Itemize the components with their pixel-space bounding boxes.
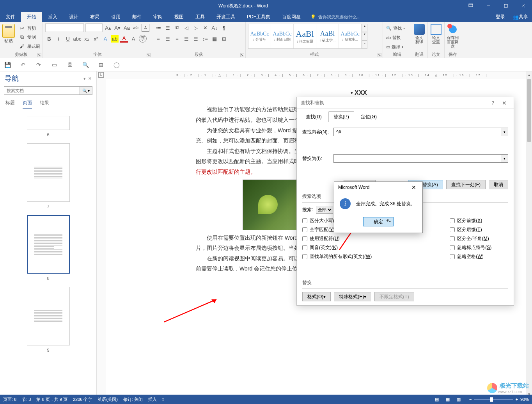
ribbon-tab-3[interactable]: 设计 [63, 12, 84, 22]
checkbox[interactable] [450, 218, 455, 223]
ribbon-tab-2[interactable]: 插入 [42, 12, 63, 22]
text-effects-icon[interactable]: A [101, 35, 109, 43]
dialog-tab-2[interactable]: 定位(G) [356, 111, 382, 122]
redo-icon[interactable]: ↷ [34, 61, 43, 69]
page-thumbnail[interactable] [27, 215, 70, 274]
font-color-icon[interactable]: A [120, 35, 128, 43]
style-item[interactable]: AaBbCc↓ 研究生... [339, 24, 362, 48]
line-spacing-icon[interactable]: ↕≡ [201, 35, 209, 43]
nav-search-button[interactable]: 🔍 ▾ [80, 87, 92, 94]
share-button[interactable]: 👥 共享 [509, 12, 532, 22]
dialog-help-icon[interactable]: ? [487, 100, 499, 106]
ribbon-tab-10[interactable]: 开发工具 [211, 12, 241, 22]
status-insert[interactable]: 插入 [148, 397, 157, 402]
enclose-icon[interactable]: 字 [139, 35, 147, 43]
style-item[interactable]: AaBl↓ 硕士学... [316, 24, 339, 48]
plagiarism-button[interactable]: 论文查重 [428, 22, 444, 46]
styles-expand-icon[interactable]: ⬊ [378, 53, 381, 57]
bullets-icon[interactable]: ≔ [154, 24, 162, 32]
phonetic-icon[interactable]: wén [132, 24, 140, 32]
checkbox-option[interactable]: 忽略标点符号(S) [450, 244, 491, 251]
replace-button[interactable]: ab替换 [386, 33, 408, 42]
change-case-icon[interactable]: Aa [123, 24, 131, 32]
clipboard-expand-icon[interactable]: ⬊ [37, 53, 41, 57]
print-icon[interactable]: 🖶 [66, 61, 74, 69]
cancel-button[interactable]: 取消 [489, 180, 508, 189]
copy-button[interactable]: ⧉复制 [18, 33, 40, 41]
shrink-font-icon[interactable]: A▾ [113, 24, 121, 32]
char-border-icon[interactable]: A [142, 24, 149, 32]
find-dropdown-icon[interactable]: ▾ [501, 128, 508, 136]
ribbon-tab-1[interactable]: 开始 [21, 12, 42, 22]
status-cursor-pos-icon[interactable]: ⟟ [162, 397, 164, 402]
ribbon-tab-0[interactable]: 文件 [0, 12, 21, 22]
msgbox-close-icon[interactable]: ✕ [409, 184, 419, 190]
preview-icon[interactable]: 🔍 [81, 61, 90, 69]
bold-icon[interactable]: B [45, 35, 53, 43]
replace-input[interactable] [333, 154, 501, 163]
baidu-save-button[interactable]: 保存到百度网盘 [445, 22, 461, 50]
checkbox[interactable] [450, 236, 455, 241]
undo-icon[interactable]: ↶ [19, 61, 27, 69]
new-icon[interactable]: ▭ [50, 61, 59, 69]
ribbon-tab-5[interactable]: 引用 [105, 12, 126, 22]
font-expand-icon[interactable]: ⬊ [147, 53, 151, 57]
align-left-icon[interactable]: ≡ [154, 35, 162, 43]
search-scope-select[interactable]: 全部 [316, 206, 333, 214]
zoom-level[interactable]: 90% [520, 397, 529, 402]
select-button[interactable]: ▭选择▾ [386, 43, 408, 51]
nav-search-input[interactable] [4, 87, 80, 94]
asian-layout-icon[interactable]: ✕ [201, 24, 209, 32]
page-thumbnail[interactable] [27, 116, 70, 130]
close-button[interactable] [514, 0, 532, 12]
ribbon-tab-12[interactable]: 百度网盘 [276, 12, 307, 22]
scrollbar-thumb[interactable] [527, 79, 531, 142]
ribbon-options-icon[interactable] [462, 0, 479, 12]
strike-icon[interactable]: abc [73, 35, 81, 43]
shading-icon[interactable]: ▦ [211, 35, 218, 43]
status-section[interactable]: 节: 3 [22, 397, 31, 402]
cut-button[interactable]: ✂剪切 [18, 24, 40, 32]
justify-icon[interactable]: ☰ [183, 35, 190, 43]
status-track[interactable]: 修订: 关闭 [123, 397, 143, 402]
status-page-of[interactable]: 第 8 页，共 9 页 [36, 397, 67, 402]
translate-button[interactable]: 全文翻译 [411, 22, 427, 46]
tell-me[interactable]: 💡告诉我您想要做什么... [310, 12, 360, 22]
sort-icon[interactable]: A↓ [211, 24, 218, 32]
format-painter-button[interactable]: 🖌格式刷 [18, 42, 40, 50]
print-layout-icon[interactable]: ▦ [443, 395, 453, 403]
subscript-icon[interactable]: x₂ [83, 35, 90, 43]
dialog-close-icon[interactable]: ✕ [499, 100, 510, 106]
numbering-icon[interactable]: ☰ [164, 24, 172, 32]
nav-tab-1[interactable]: 页面 [23, 100, 32, 109]
page-thumbnail[interactable] [27, 287, 70, 345]
ribbon-tab-8[interactable]: 视图 [168, 12, 190, 22]
checkbox-option[interactable]: 忽略空格(W) [450, 253, 491, 260]
scroll-up-icon[interactable]: ▴ [526, 71, 532, 78]
save-icon[interactable]: 💾 [3, 61, 12, 69]
ribbon-tab-6[interactable]: 邮件 [126, 12, 147, 22]
distributed-icon[interactable]: ☰ [192, 35, 200, 43]
checkbox-option[interactable]: 区分前缀(X) [450, 217, 491, 224]
align-right-icon[interactable]: ≡ [173, 35, 181, 43]
checkbox-option[interactable]: 区分后缀(T) [450, 226, 491, 233]
styles-gallery[interactable]: AaBbCc↓ 分节号AaBbCc↓ 封面日期AaBl↓ 论文标题AaBl↓ 硕… [248, 24, 362, 49]
find-next-button[interactable]: 查找下一处(F) [446, 180, 486, 189]
checkbox[interactable] [450, 245, 455, 250]
dialog-tab-0[interactable]: 查找(D) [301, 111, 327, 122]
replace-dropdown-icon[interactable]: ▾ [501, 154, 508, 163]
styles-more-icon[interactable]: ▴▾⌄ [362, 24, 367, 49]
style-item[interactable]: AaBl↓ 论文标题 [294, 24, 316, 48]
paste-button[interactable]: 粘贴 [0, 22, 17, 52]
table-icon[interactable]: ⊞ [97, 61, 105, 69]
login-button[interactable]: 登录 [492, 12, 509, 22]
align-center-icon[interactable]: ☰ [164, 35, 172, 43]
borders-icon[interactable]: ⊞ [220, 35, 228, 43]
find-button[interactable]: 🔍查找▾ [386, 24, 408, 32]
zoom-in-icon[interactable]: + [516, 397, 518, 402]
style-item[interactable]: AaBbCc↓ 封面日期 [271, 24, 294, 48]
italic-icon[interactable]: I [55, 35, 62, 43]
ribbon-tab-7[interactable]: 审阅 [147, 12, 168, 22]
style-item[interactable]: AaBbCc↓ 分节号 [248, 24, 271, 48]
vertical-scrollbar[interactable]: ▴ ▾ [526, 71, 532, 397]
